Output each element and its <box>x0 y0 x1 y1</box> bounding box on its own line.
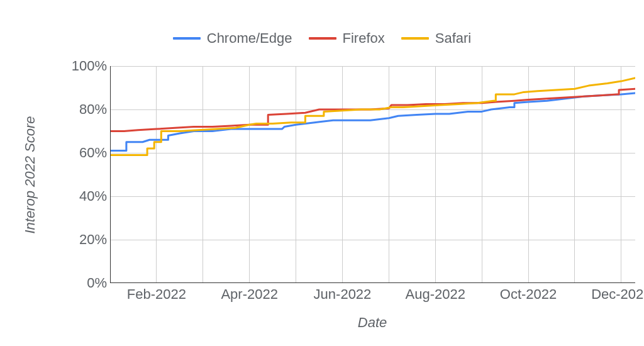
y-tick-label: 40% <box>63 188 107 204</box>
x-tick-label: Dec-2022 <box>591 286 644 303</box>
legend-item-chrome: Chrome/Edge <box>173 30 292 47</box>
legend-swatch <box>401 37 429 40</box>
x-tick-label: Jun-2022 <box>314 286 372 303</box>
legend-swatch <box>309 37 336 40</box>
chart-container: Chrome/Edge Firefox Safari Interop 2022 … <box>0 0 644 346</box>
x-axis-ticks: Feb-2022Apr-2022Jun-2022Aug-2022Oct-2022… <box>110 286 635 305</box>
x-tick-label: Oct-2022 <box>500 286 557 303</box>
x-tick-label: Aug-2022 <box>406 286 465 303</box>
y-axis-ticks: 0%20%40%60%80%100% <box>63 66 107 283</box>
y-tick-label: 0% <box>63 275 107 291</box>
legend-item-firefox: Firefox <box>309 30 385 47</box>
legend: Chrome/Edge Firefox Safari <box>0 30 644 47</box>
legend-label: Chrome/Edge <box>207 30 292 47</box>
x-tick-label: Apr-2022 <box>221 286 278 303</box>
y-axis-label: Interop 2022 Score <box>22 116 38 233</box>
series-line <box>110 78 635 155</box>
legend-label: Firefox <box>343 30 385 47</box>
series-line <box>110 93 635 151</box>
y-tick-label: 100% <box>63 58 107 74</box>
y-tick-label: 20% <box>63 232 107 248</box>
legend-item-safari: Safari <box>401 30 471 47</box>
legend-swatch <box>173 37 201 40</box>
plot-area <box>110 66 635 283</box>
y-tick-label: 60% <box>63 145 107 161</box>
legend-label: Safari <box>435 30 471 47</box>
x-tick-label: Feb-2022 <box>127 286 186 303</box>
y-tick-label: 80% <box>63 101 107 118</box>
x-axis-label: Date <box>358 315 387 331</box>
